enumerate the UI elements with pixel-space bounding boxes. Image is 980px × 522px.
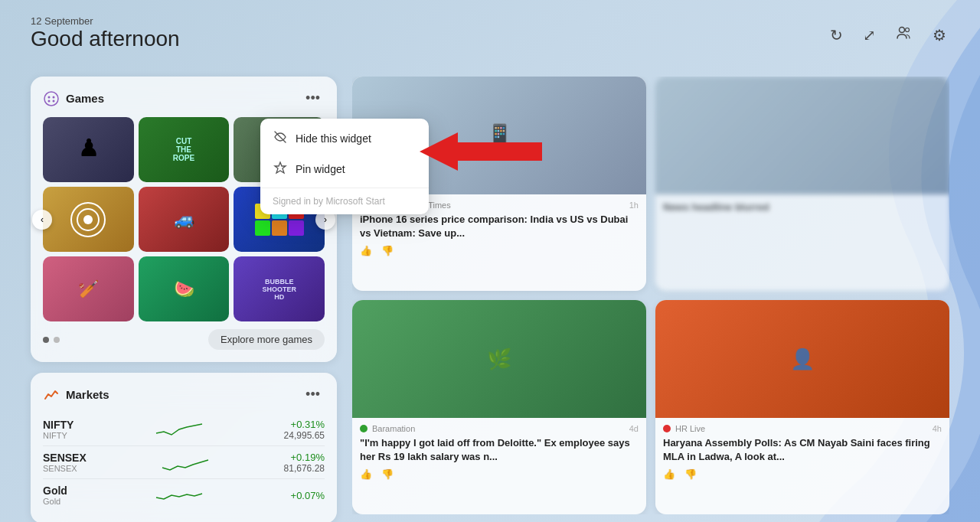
markets-widget-title: Markets (66, 388, 109, 401)
markets-title-row: Markets (43, 387, 109, 403)
news-like-icon-2: 👍 (360, 468, 372, 480)
pin-widget-icon (273, 161, 288, 178)
header-left: 12 September Good afternoon (31, 15, 180, 51)
refresh-button[interactable]: ↻ (827, 23, 846, 47)
sensex-sub: SENSEX (43, 464, 87, 473)
svg-point-0 (900, 28, 905, 33)
people-button[interactable] (893, 21, 916, 48)
games-menu-button[interactable]: ••• (301, 89, 325, 108)
news-card-blurred-headline: News headline blurred (663, 201, 942, 214)
game-thumb-cut-rope[interactable]: CUTTHEROPE (139, 117, 230, 182)
news-like-icon-3: 👍 (663, 468, 675, 480)
svg-text:🚙: 🚙 (173, 209, 194, 230)
hide-widget-icon (273, 130, 288, 147)
markets-menu-button[interactable]: ••• (301, 385, 325, 404)
news-source-name-3: HR Live (675, 424, 705, 433)
settings-icon: ⚙ (933, 27, 946, 44)
settings-button[interactable]: ⚙ (929, 23, 949, 47)
games-title-row: Games (43, 90, 104, 107)
sensex-change: +0.19% (284, 452, 325, 463)
dot-indicators (43, 337, 60, 343)
svg-point-1 (906, 28, 910, 32)
market-rows: NIFTY NIFTY +0.31% 24,995.65 SENSEX (43, 413, 325, 511)
game-thumb-cricket[interactable]: 🏏 (43, 256, 134, 321)
svg-point-2 (44, 92, 58, 106)
news-headline-2: "I'm happy I got laid off from Deloitte.… (360, 436, 639, 464)
news-card-layoff-body: Baramation 4d "I'm happy I got laid off … (352, 418, 646, 486)
right-panel: 📱 The Economic Times 1h iPhone 16 series… (352, 77, 949, 514)
game-thumb-chess[interactable]: ♟ (43, 117, 134, 182)
news-source-dot-2 (360, 425, 368, 432)
svg-point-3 (48, 96, 51, 98)
expand-button[interactable]: ⤢ (860, 23, 879, 47)
news-time-2: 4d (629, 424, 639, 433)
markets-menu-dots-icon: ••• (305, 387, 320, 402)
carousel-prev-button[interactable]: ‹ (32, 210, 52, 230)
news-card-haryana[interactable]: 👤 HR Live 4h Haryana Assembly Polls: As … (655, 300, 949, 514)
market-row-nifty: NIFTY NIFTY +0.31% 24,995.65 (43, 413, 325, 446)
news-headline-1: iPhone 16 series price comparison: India… (360, 213, 639, 240)
header-icons: ↻ ⤢ ⚙ (827, 21, 949, 48)
news-card-blurred-image (655, 77, 949, 194)
games-icon (43, 90, 60, 107)
news-card-haryana-body: HR Live 4h Haryana Assembly Polls: As CM… (655, 418, 949, 486)
context-menu-footer-text: Signed in by Microsoft Start (273, 196, 385, 207)
svg-text:🍉: 🍉 (173, 279, 194, 299)
news-dislike-icon-3: 👎 (684, 468, 697, 480)
markets-icon (43, 387, 60, 403)
news-time-1: 1h (629, 201, 639, 210)
svg-point-5 (48, 100, 51, 102)
news-actions-3: 👍 👎 (663, 468, 942, 480)
context-menu-divider (260, 188, 429, 188)
games-widget-title: Games (66, 92, 104, 105)
expand-icon: ⤢ (863, 27, 876, 44)
svg-point-6 (53, 100, 55, 102)
news-source-name-2: Baramation (372, 424, 415, 433)
game-thumb-archery[interactable] (43, 187, 134, 252)
gold-sparkline (156, 484, 202, 507)
news-card-blurred[interactable]: News headline blurred (655, 77, 949, 291)
news-like-icon-1: 👍 (360, 245, 372, 256)
news-card-layoff[interactable]: 🌿 Baramation 4d "I'm happy I got laid of… (352, 300, 646, 514)
game-thumb-bubble[interactable]: BUBBLESHOOTERHD (234, 256, 325, 321)
market-row-gold: Gold Gold +0.07% (43, 479, 325, 511)
games-widget-header: Games ••• (43, 89, 325, 108)
pin-widget-label: Pin widget (296, 163, 345, 175)
gold-change: +0.07% (291, 490, 325, 501)
news-actions-2: 👍 👎 (360, 468, 639, 480)
news-dislike-icon-2: 👎 (381, 468, 394, 480)
news-time-3: 4h (933, 424, 942, 433)
news-headline-3: Haryana Assembly Polls: As CM Nayab Sain… (663, 436, 942, 464)
pin-widget-menu-item[interactable]: Pin widget (260, 154, 429, 184)
svg-point-4 (53, 96, 55, 98)
explore-games-button[interactable]: Explore more games (208, 329, 325, 350)
svg-text:♟: ♟ (78, 135, 99, 161)
header-greeting: Good afternoon (31, 27, 180, 51)
nifty-change: +0.31% (284, 419, 325, 430)
context-menu-footer: Signed in by Microsoft Start (260, 191, 429, 210)
gold-ticker: Gold (43, 484, 67, 497)
news-card-blurred-body: News headline blurred (655, 194, 949, 220)
header-date: 12 September (31, 15, 180, 27)
hide-widget-label: Hide this widget (296, 132, 371, 145)
game-thumb-monster[interactable]: 🚙 (139, 187, 230, 252)
header: 12 September Good afternoon ↻ ⤢ ⚙ (31, 15, 949, 51)
news-dislike-icon-1: 👎 (381, 245, 394, 256)
hide-widget-menu-item[interactable]: Hide this widget (260, 123, 429, 154)
refresh-icon: ↻ (830, 27, 843, 44)
context-menu: Hide this widget Pin widget Signed in by… (260, 119, 429, 214)
nifty-price: 24,995.65 (284, 430, 325, 441)
nifty-ticker: NIFTY (43, 419, 74, 431)
dot-2 (54, 337, 60, 343)
sensex-sparkline (162, 451, 208, 474)
games-menu-dots-icon: ••• (305, 90, 320, 106)
svg-point-11 (83, 215, 93, 224)
market-row-sensex: SENSEX SENSEX +0.19% 81,676.28 (43, 446, 325, 479)
sensex-price: 81,676.28 (284, 463, 325, 474)
main-layout: Games ••• ‹ ♟ CUTTHEROPE 🚗 (31, 77, 949, 514)
nifty-sparkline (156, 418, 202, 441)
game-thumb-fruit[interactable]: 🍉 (139, 256, 230, 321)
news-card-haryana-image: 👤 (655, 300, 949, 418)
nifty-sub: NIFTY (43, 431, 74, 440)
sensex-ticker: SENSEX (43, 452, 87, 464)
